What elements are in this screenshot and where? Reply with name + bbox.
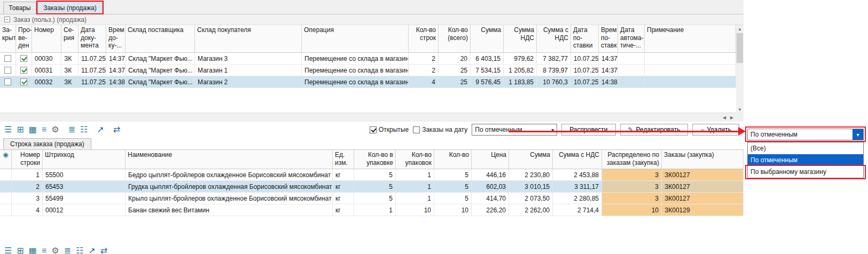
column-header-qty_per_pack[interactable]: Кол-во в упаковке (354, 150, 396, 169)
grouping-list-icon[interactable]: ☷ (76, 246, 83, 254)
cell-delivery_date[interactable]: 10.07.25 (571, 76, 599, 88)
list-view-icon[interactable]: ☰ (4, 125, 12, 134)
delete-button[interactable]: – Удалить (692, 124, 739, 136)
distribution-mode-select[interactable]: По отмеченным ▾ (472, 124, 557, 136)
column-header-vat_sum[interactable]: Сумма НДС (504, 25, 537, 52)
cell-doc_time[interactable]: 14:37 (106, 53, 126, 64)
cell-packs[interactable]: 1 (396, 193, 434, 204)
cell-barcode[interactable]: 55499 (43, 193, 126, 204)
column-header-barcode[interactable]: Штрихкод (43, 150, 126, 169)
cell-purchase_orders[interactable]: ЗК00127 (662, 181, 744, 192)
cell-buyer_warehouse[interactable]: Магазин 3 (195, 53, 302, 64)
scroll-right-icon[interactable]: ▶ (728, 114, 736, 121)
cell-barcode[interactable]: 65453 (43, 181, 126, 192)
cell-unit[interactable]: кг (333, 181, 354, 192)
settings-gear-icon[interactable]: ⚙ (51, 125, 59, 134)
cell-closed[interactable] (0, 76, 16, 88)
open-in-window-icon[interactable]: ↗ (88, 246, 95, 254)
edit-button[interactable]: ✎ Редактировать (620, 124, 689, 136)
tab-orders-sale[interactable]: Заказы (продажа) (37, 2, 103, 14)
cell-sum_with_vat[interactable]: 2 714,4 (553, 204, 602, 216)
column-header-operation[interactable]: Операция (302, 25, 409, 52)
cell-line_no[interactable]: 1 (12, 169, 43, 180)
column-header-series[interactable]: Се- рия (61, 25, 79, 52)
cell-sum_with_vat[interactable]: 2 453,88 (553, 169, 602, 180)
cell-vat_sum[interactable]: 979,62 (504, 53, 537, 64)
filter-icon[interactable]: ≡ (42, 125, 46, 134)
list-view-icon[interactable]: ☰ (4, 246, 12, 254)
cell-auto_date[interactable] (618, 53, 645, 64)
column-header-qty_total[interactable]: Кол-во (всего) (439, 25, 471, 52)
cell-price[interactable]: 602,03 (472, 181, 509, 192)
column-header-lines_count[interactable]: Кол-во строк (409, 25, 439, 52)
column-header-delivery_date[interactable]: Дата по- ставки (571, 25, 599, 52)
cell-barcode[interactable]: 55500 (43, 169, 126, 180)
cell-packs[interactable]: 1 (396, 169, 434, 180)
cell-sel[interactable] (0, 193, 12, 204)
cell-sum[interactable]: 6 403,15 (471, 53, 504, 64)
cell-price[interactable]: 414,70 (472, 193, 509, 204)
cell-name[interactable]: Грудка цыплят-бройлеров охлажденная Бори… (126, 181, 333, 192)
column-header-sum[interactable]: Сумма (471, 25, 504, 52)
cell-qty[interactable]: 10 (434, 204, 472, 216)
column-header-sum_with_vat[interactable]: Сумма с НДС (553, 150, 602, 169)
open-orders-checkbox[interactable]: Открытые (370, 126, 409, 133)
column-header-doc_date[interactable]: Дата доку- мента (79, 25, 106, 52)
cell-sum_with_vat[interactable]: 3 311,17 (553, 181, 602, 192)
refresh-icon[interactable]: ⇄ (100, 246, 107, 254)
cell-sel[interactable] (0, 181, 12, 192)
cell-purchase_orders[interactable]: ЗК00127 (662, 169, 744, 180)
cell-number[interactable]: 00032 (32, 76, 61, 88)
posted-checkbox[interactable] (20, 78, 27, 85)
cell-number[interactable]: 00031 (32, 65, 61, 76)
cell-name[interactable]: Бедро цыплят-бройлеров охлажденное Борис… (126, 169, 333, 180)
cell-price[interactable]: 226,20 (472, 204, 509, 216)
cell-closed[interactable] (0, 65, 16, 76)
cell-operation[interactable]: Перемещение со склада в магазин (302, 76, 409, 88)
cell-posted[interactable] (16, 53, 32, 64)
cell-auto_date[interactable] (618, 65, 645, 76)
cell-sum[interactable]: 9 576,45 (471, 76, 504, 88)
cell-series[interactable]: ЗК (61, 53, 79, 64)
cell-sum_with_vat[interactable]: 2 280,85 (553, 193, 602, 204)
table-row[interactable]: 00031ЗК11.07.2514:37Склад "Маркет Фью...… (0, 65, 736, 76)
cell-delivery_date[interactable]: 10.07.25 (571, 53, 599, 64)
cell-sum[interactable]: 3 010,15 (509, 181, 553, 192)
settings-gear-icon[interactable]: ⚙ (51, 246, 59, 254)
cell-operation[interactable]: Перемещение со склада в магазин (302, 53, 409, 64)
calendar-icon[interactable]: ▦ (29, 246, 37, 254)
column-header-name[interactable]: Наименование (126, 150, 333, 169)
cell-price[interactable]: 446,16 (472, 169, 509, 180)
cell-doc_time[interactable]: 14:37 (106, 65, 126, 76)
cell-doc_date[interactable]: 11.07.25 (79, 65, 106, 76)
table-row[interactable]: 265453Грудка цыплят-бройлеров охлажденна… (0, 181, 744, 193)
column-header-purchase_orders[interactable]: Заказы (закупка) (662, 150, 744, 169)
column-header-delivery_time[interactable]: Врем по- ставк (599, 25, 618, 52)
column-header-qty[interactable]: Кол-во (434, 150, 472, 169)
cell-lines_count[interactable]: 2 (409, 65, 439, 76)
closed-checkbox[interactable] (4, 67, 11, 74)
dropdown-option[interactable]: (Все) (748, 142, 863, 154)
column-header-distributed[interactable]: Распределено по заказам (закупка) (602, 150, 662, 169)
cell-sel[interactable] (0, 204, 12, 216)
cell-unit[interactable]: кг (333, 169, 354, 180)
column-header-number[interactable]: Номер (32, 25, 61, 52)
cell-operation[interactable]: Перемещение со склада в магазин (302, 65, 409, 76)
tab-products[interactable]: Товары (3, 2, 36, 14)
column-header-line_no[interactable]: Номер строки (12, 150, 43, 169)
table-row[interactable]: 00030ЗК11.07.2514:37Склад "Маркет Фью...… (0, 53, 736, 65)
cell-sum_with_vat[interactable]: 8 739,97 (537, 65, 571, 76)
vertical-scrollbar[interactable]: ▲ ▼ (736, 25, 744, 113)
closed-checkbox[interactable] (4, 78, 11, 85)
calendar-icon[interactable]: ▦ (29, 125, 37, 134)
cell-note[interactable] (645, 53, 736, 64)
cell-buyer_warehouse[interactable]: Магазин 1 (195, 65, 302, 76)
mode-combobox-open[interactable]: По отмеченным ▾ (747, 129, 864, 140)
cell-note[interactable] (645, 65, 736, 76)
cell-supplier_warehouse[interactable]: Склад "Маркет Фью... (126, 76, 195, 88)
cell-doc_date[interactable]: 11.07.25 (79, 76, 106, 88)
cell-qty_per_pack[interactable]: 5 (354, 169, 396, 180)
tab-order-lines[interactable]: Строка заказа (продажа) (3, 138, 91, 149)
cell-delivery_time[interactable]: 14:37 (599, 53, 618, 64)
table-row[interactable]: 00032ЗК11.07.2514:38Склад "Маркет Фью...… (0, 76, 736, 88)
